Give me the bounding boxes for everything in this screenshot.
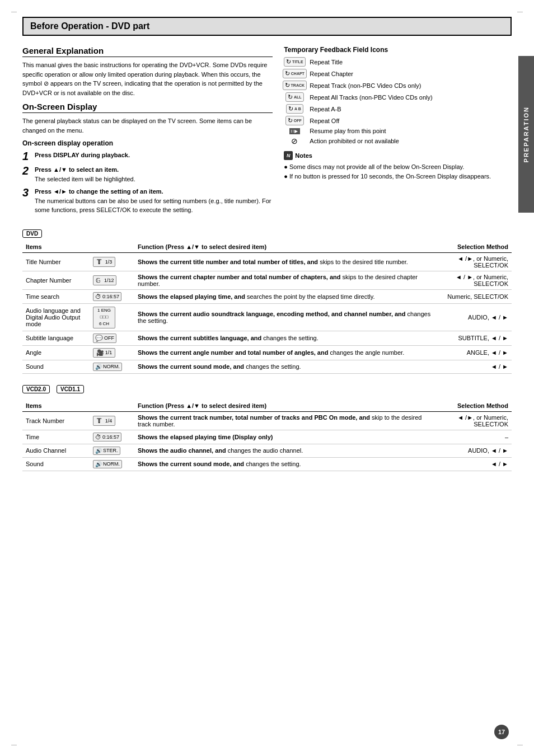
fn-audio-language: Shows the current audio soundtrack langu… [134, 303, 439, 331]
sidebar-label: PREPARATION [523, 106, 530, 162]
icon-vcd-audio: 🔊 STER. [90, 444, 134, 457]
icon-chapter: 𝔾 1/12 [90, 271, 134, 289]
vcd-col-function: Function (Press ▲/▼ to select desired it… [134, 400, 439, 412]
dvd-table: Items Function (Press ▲/▼ to select desi… [22, 241, 512, 374]
repeat-chapter-icon: ↻ CHAPT [284, 69, 305, 78]
item-vcd-time: Time [22, 430, 90, 444]
preparation-sidebar: PREPARATION [518, 56, 534, 213]
feedback-row-all: ↻ ALL Repeat All Tracks (non-PBC Video C… [284, 92, 512, 102]
vcd-section: VCD2.0 VCD1.1 Items Function (Press ▲/▼ … [22, 385, 512, 471]
sel-angle: ANGLE, ◄ / ► [439, 345, 512, 360]
repeat-track-icon: ↻ TRACK [284, 81, 305, 90]
dvd-col-selection: Selection Method [439, 241, 512, 253]
feedback-row-resume: II▶ Resume play from this point [284, 128, 512, 134]
repeat-title-text: Repeat Title [310, 59, 343, 65]
sel-vcd-sound: ◄ / ► [439, 457, 512, 471]
step-3-content: Press ◄/► to change the setting of an it… [35, 187, 273, 215]
item-time-search: Time search [22, 289, 90, 303]
page-title: Before Operation - DVD part [30, 21, 504, 31]
sel-title-number: ◄ /►, or Numeric, SELECT/OK [439, 252, 512, 271]
repeat-track-text: Repeat Track (non-PBC Video CDs only) [310, 82, 421, 89]
feedback-row-off: ↻ OFF Repeat Off [284, 116, 512, 125]
corner-mark-tr: — [517, 8, 523, 15]
notes-header: N Notes [284, 151, 512, 160]
resume-icon: II▶ [284, 128, 305, 134]
notes-list: Some discs may not provide all of the be… [284, 162, 512, 181]
table-row: Sound 🔊 NORM. Shows the current sound mo… [22, 457, 512, 471]
item-subtitle-language: Subtitle language [22, 331, 90, 345]
item-vcd-sound: Sound [22, 457, 90, 471]
svg-text:𝔾: 𝔾 [96, 277, 101, 284]
dvd-section: DVD Items Function (Press ▲/▼ to select … [22, 229, 512, 374]
repeat-all-icon: ↻ ALL [284, 92, 305, 102]
feedback-row-chapter: ↻ CHAPT Repeat Chapter [284, 69, 512, 78]
onscreen-operation-heading: On-screen display operation [22, 139, 273, 147]
table-row: Audio Channel 🔊 STER. Shows the audio ch… [22, 444, 512, 457]
table-row: Track Number 𝕋 1/4 Shows the current tra… [22, 411, 512, 430]
notes-box: N Notes Some discs may not provide all o… [284, 151, 512, 181]
icon-subtitle: 💬 OFF [90, 331, 134, 345]
main-title-box: Before Operation - DVD part [22, 17, 512, 36]
feedback-row-no: ⊘ Action prohibited or not available [284, 137, 512, 145]
icon-vcd-track: 𝕋 1/4 [90, 411, 134, 430]
item-chapter-number: Chapter Number [22, 271, 90, 289]
table-row: Time ⏱ 0:16:57 Shows the elapsed playing… [22, 430, 512, 444]
fn-title-number: Shows the current title number and total… [134, 252, 439, 271]
feedback-heading: Temporary Feedback Field Icons [284, 46, 512, 54]
vcd-col-items: Items [22, 400, 90, 412]
item-sound: Sound [22, 360, 90, 373]
svg-text:𝕋: 𝕋 [96, 259, 102, 265]
step-1-content: Press DISPLAY during playback. [35, 151, 130, 160]
feedback-row-ab: ↻ A B Repeat A-B [284, 104, 512, 114]
item-audio-language: Audio language and Digital Audio Output … [22, 303, 90, 331]
table-row: Chapter Number 𝔾 1/12 Shows the current … [22, 271, 512, 289]
feedback-row-track: ↻ TRACK Repeat Track (non-PBC Video CDs … [284, 81, 512, 90]
icon-time: ⏱ 0:16:57 [90, 289, 134, 303]
icon-title: 𝕋 1/3 [90, 252, 134, 271]
corner-mark-tl: — [11, 8, 17, 15]
item-track-number: Track Number [22, 411, 90, 430]
fn-sound: Shows the current sound mode, and change… [134, 360, 439, 373]
item-audio-channel: Audio Channel [22, 444, 90, 457]
left-column: General Explanation This manual gives th… [22, 46, 273, 220]
no-symbol-text: Action prohibited or not available [310, 138, 399, 144]
vcd-col-icon-header [90, 400, 134, 412]
sel-time-search: Numeric, SELECT/OK [439, 289, 512, 303]
icon-sound: 🔊 NORM. [90, 360, 134, 373]
fn-vcd-time: Shows the elapsed playing time (Display … [134, 430, 439, 444]
svg-text:𝕋: 𝕋 [96, 417, 102, 424]
table-row: Angle 🎥 1/1 Shows the current angle numb… [22, 345, 512, 360]
sel-audio-channel: AUDIO, ◄ / ► [439, 444, 512, 457]
onscreen-display-heading: On-Screen Display [22, 102, 273, 113]
fn-subtitle-language: Shows the current subtitles language, an… [134, 331, 439, 345]
repeat-ab-icon: ↻ A B [284, 104, 305, 114]
sel-sound: ◄ / ► [439, 360, 512, 373]
fn-angle: Shows the current angle number and total… [134, 345, 439, 360]
vcd-badges: VCD2.0 VCD1.1 [22, 385, 87, 397]
dvd-col-items: Items [22, 241, 90, 253]
vcd1-badge: VCD1.1 [57, 385, 84, 393]
onscreen-display-body: The general playback status can be displ… [22, 116, 273, 135]
dvd-col-icon-header [90, 241, 134, 253]
repeat-off-icon: ↻ OFF [284, 116, 305, 125]
resume-text: Resume play from this point [310, 128, 386, 134]
dvd-col-function: Function (Press ▲/▼ to select desired it… [134, 241, 439, 253]
table-row: Title Number 𝕋 1/3 Shows the current tit… [22, 252, 512, 271]
fn-chapter-number: Shows the current chapter number and tot… [134, 271, 439, 289]
step-2-number: 2 [22, 165, 32, 176]
corner-mark-br: — [517, 741, 523, 748]
steps-container: 1 Press DISPLAY during playback. 2 Press… [22, 151, 273, 215]
general-explanation-heading: General Explanation [22, 46, 273, 57]
icon-vcd-time: ⏱ 0:16:57 [90, 430, 134, 444]
title-icon-svg: 𝕋 [96, 258, 104, 266]
step-3: 3 Press ◄/► to change the setting of an … [22, 187, 273, 215]
table-row: Time search ⏱ 0:16:57 Shows the elapsed … [22, 289, 512, 303]
vcd-title-icon-svg: 𝕋 [96, 417, 104, 425]
sel-chapter-number: ◄ / ►, or Numeric, SELECT/OK [439, 271, 512, 289]
no-symbol-icon: ⊘ [284, 137, 305, 145]
vcd2-badge: VCD2.0 [22, 385, 50, 393]
note-item-2: If no button is pressed for 10 seconds, … [284, 172, 512, 181]
repeat-chapter-text: Repeat Chapter [310, 71, 353, 77]
sel-audio-language: AUDIO, ◄ / ► [439, 303, 512, 331]
page: — — — — PREPARATION Before Operation - D… [0, 0, 534, 756]
